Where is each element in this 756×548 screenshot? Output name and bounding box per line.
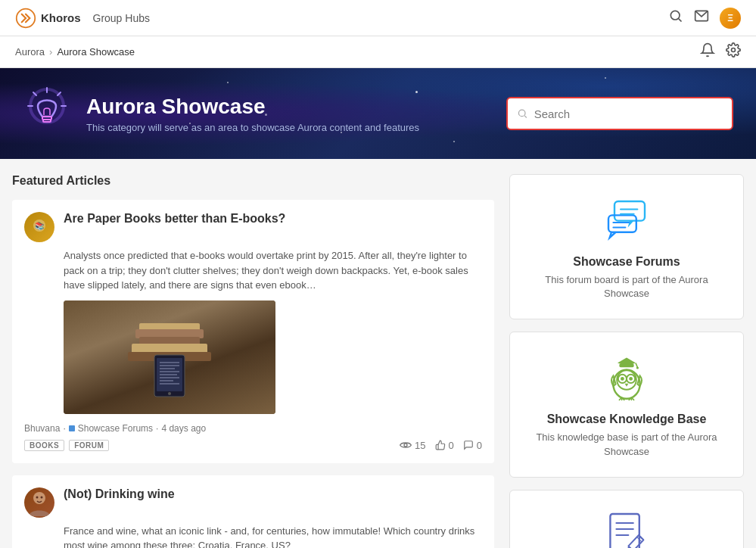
nav-left: Khoros Group Hubs — [15, 8, 150, 29]
logo-text: Khoros — [41, 11, 81, 24]
likes-icon[interactable] — [435, 440, 446, 450]
top-navigation: Khoros Group Hubs Ξ — [0, 0, 756, 36]
author-avatar-image: 📚 — [24, 212, 54, 242]
hero-search-icon — [517, 107, 528, 120]
svg-point-37 — [36, 496, 39, 498]
svg-rect-49 — [608, 215, 636, 232]
sidebar-card-blog[interactable]: Showcase Blog — [509, 490, 744, 548]
main-content: Featured Articles 📚 Are Paper Books bett… — [0, 159, 756, 548]
article-header: 📚 Are Paper Books better than E-books? — [24, 212, 482, 242]
svg-point-38 — [41, 496, 43, 498]
comments-stat: 0 — [463, 440, 482, 451]
hero-search-box[interactable] — [506, 97, 733, 130]
svg-point-1 — [670, 11, 680, 20]
breadcrumb-bar: Aurora › Aurora Showcase — [0, 36, 756, 68]
comments-icon[interactable] — [463, 440, 474, 450]
forum-dot-icon — [69, 425, 75, 431]
breadcrumb-actions — [700, 42, 741, 61]
hero-left-content: Aurora Showcase This category will serve… — [23, 86, 419, 141]
article-time: 4 days ago — [161, 423, 206, 434]
article-2-header: (Not) Drinking wine — [24, 487, 482, 518]
author-2-avatar — [24, 487, 54, 518]
group-hubs-link[interactable]: Group Hubs — [93, 12, 150, 24]
book-image-visual — [64, 300, 275, 414]
blog-icon-container — [522, 509, 731, 548]
svg-text:📚: 📚 — [35, 221, 45, 231]
search-icon[interactable] — [668, 8, 683, 27]
blog-svg-icon — [605, 511, 648, 548]
author-avatar: 📚 — [24, 212, 54, 242]
svg-point-15 — [518, 110, 525, 117]
sidebar: Showcase Forums This forum board is part… — [509, 174, 744, 548]
hero-banner: Aurora Showcase This category will serve… — [0, 68, 756, 159]
forums-icon-container — [522, 193, 731, 246]
kb-svg-icon — [602, 353, 651, 401]
logo[interactable]: Khoros — [15, 8, 81, 29]
avatar-books-icon: 📚 — [30, 218, 48, 236]
article-2-title[interactable]: (Not) Drinking wine — [64, 487, 175, 501]
books-svg — [94, 308, 245, 406]
views-count: 15 — [415, 440, 425, 451]
article-excerpt: Analysts once predicted that e-books wou… — [64, 248, 482, 293]
svg-line-62 — [636, 363, 637, 368]
likes-stat: 0 — [435, 440, 454, 451]
views-icon — [400, 441, 412, 450]
svg-point-4 — [732, 48, 736, 52]
featured-articles-section: Featured Articles 📚 Are Paper Books bett… — [12, 174, 494, 548]
settings-icon[interactable] — [726, 42, 741, 61]
svg-point-35 — [404, 444, 407, 447]
forums-card-title: Showcase Forums — [522, 255, 731, 269]
sidebar-card-forums[interactable]: Showcase Forums This forum board is part… — [509, 174, 744, 319]
kb-card-desc: This knowledge base is part of the Auror… — [522, 431, 731, 458]
avatar-person-icon — [24, 487, 54, 518]
article-2-excerpt: France and wine, what an iconic link - a… — [64, 524, 482, 549]
svg-rect-7 — [43, 120, 51, 122]
svg-point-59 — [629, 377, 633, 381]
article-card-2: (Not) Drinking wine France and wine, wha… — [12, 475, 494, 549]
user-avatar[interactable]: Ξ — [720, 8, 741, 29]
likes-count: 0 — [449, 440, 454, 451]
nav-right: Ξ — [668, 8, 741, 29]
views-stat: 15 — [400, 440, 425, 451]
article-card: 📚 Are Paper Books better than E-books? A… — [12, 200, 494, 463]
article-title[interactable]: Are Paper Books better than E-books? — [64, 212, 285, 226]
svg-line-16 — [524, 116, 527, 118]
article-author: Bhuvana — [24, 423, 60, 434]
hero-lightbulb-icon — [23, 86, 71, 141]
tag-books[interactable]: BOOKS — [24, 440, 64, 451]
article-meta: Bhuvana · Showcase Forums · 4 days ago — [24, 423, 482, 434]
article-stats: 15 0 0 — [400, 440, 482, 451]
comments-count: 0 — [477, 440, 482, 451]
article-tags: BOOKS FORUM — [24, 440, 109, 451]
sidebar-card-kb[interactable]: Showcase Knowledge Base This knowledge b… — [509, 332, 744, 477]
breadcrumb-separator: › — [49, 46, 52, 58]
hero-text-block: Aurora Showcase This category will serve… — [86, 95, 419, 133]
featured-articles-title: Featured Articles — [12, 174, 494, 188]
kb-card-title: Showcase Knowledge Base — [522, 413, 731, 426]
svg-rect-48 — [614, 201, 645, 221]
svg-point-26 — [168, 392, 171, 395]
khoros-logo-icon — [15, 8, 36, 29]
breadcrumb: Aurora › Aurora Showcase — [15, 46, 135, 58]
hero-description: This category will serve as an area to s… — [86, 122, 419, 133]
svg-point-63 — [636, 367, 639, 369]
svg-rect-64 — [610, 514, 639, 548]
breadcrumb-root[interactable]: Aurora — [15, 46, 45, 58]
mail-icon[interactable] — [694, 8, 709, 27]
article-footer: BOOKS FORUM 15 — [24, 440, 482, 451]
tag-forum[interactable]: FORUM — [69, 440, 109, 451]
hero-search-input[interactable] — [534, 107, 723, 120]
breadcrumb-current: Aurora Showcase — [57, 46, 135, 58]
kb-icon-container — [522, 350, 731, 403]
author-2-avatar-image — [24, 487, 54, 518]
svg-point-58 — [621, 377, 624, 381]
forums-svg-icon — [602, 198, 651, 241]
hero-title: Aurora Showcase — [86, 95, 419, 119]
svg-line-2 — [679, 19, 682, 22]
notification-icon[interactable] — [700, 42, 715, 61]
article-forum[interactable]: Showcase Forums — [78, 423, 153, 434]
forums-card-desc: This forum board is part of the Aurora S… — [522, 273, 731, 300]
article-image — [64, 300, 275, 414]
